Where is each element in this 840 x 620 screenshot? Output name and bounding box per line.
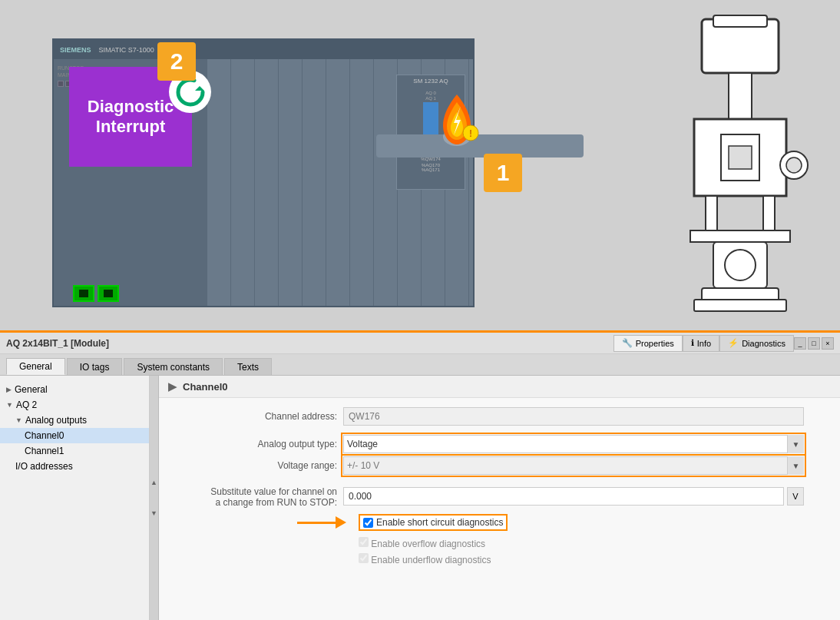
tree-item-analog-outputs[interactable]: ▼ Analog outputs (0, 413, 149, 428)
diagnostic-text: DiagnosticInterrupt (88, 97, 174, 138)
substitute-value-input[interactable] (343, 487, 784, 506)
orange-arrow-indicator (297, 516, 346, 529)
svg-rect-13 (706, 196, 717, 234)
tab-io-tags[interactable]: IO tags (67, 358, 123, 375)
window-controls: _ □ × (794, 335, 834, 352)
voltage-range-select-wrapper: +/- 10 V 0-10 V 1-5 V ▼ (343, 456, 804, 475)
plc-body: RUNSTOP MAINT %I0.4 %I0.5 %I1.0 %I1.1 (54, 59, 473, 306)
collapse-arrow-down: ▼ (150, 509, 157, 517)
diagnostic-overlay: DiagnosticInterrupt (69, 67, 192, 167)
info-icon: ℹ (691, 338, 694, 348)
svg-rect-10 (729, 146, 752, 169)
short-circuit-highlight-box: Enable short circuit diagnostics (359, 514, 508, 531)
underflow-checkbox (359, 553, 369, 563)
voltage-range-control: +/- 10 V 0-10 V 1-5 V ▼ (343, 456, 804, 475)
title-bar: AQ 2x14BIT_1 [Module] 🔧 Properties ℹ Inf… (0, 333, 840, 354)
properties-icon: 🔧 (622, 338, 633, 348)
svg-point-0 (178, 80, 203, 104)
tab-texts[interactable]: Texts (224, 358, 272, 375)
svg-rect-15 (690, 230, 790, 242)
minimize-btn[interactable]: _ (794, 337, 806, 350)
voltage-range-select[interactable]: +/- 10 V 0-10 V 1-5 V (343, 456, 804, 475)
underflow-row: Enable underflow diagnostics (174, 553, 825, 565)
svg-point-17 (725, 250, 756, 280)
substitute-row: Substitute value for channel ona change … (174, 484, 825, 508)
channel-address-label: Channel address: (174, 411, 343, 422)
short-circuit-container: Enable short circuit diagnostics (174, 514, 825, 531)
title-bar-tabs: 🔧 Properties ℹ Info ⚡ Diagnostics _ □ × (613, 335, 834, 352)
badge-1: 1 (484, 154, 522, 192)
channel-header: ▶ Channel0 (159, 376, 840, 398)
plc-left: RUNSTOP MAINT %I0.4 %I0.5 %I1.0 %I1.1 (54, 59, 207, 306)
overflow-label: Enable overflow diagnostics (371, 539, 485, 549)
svg-text:!: ! (469, 128, 472, 139)
flame-icon: ! (428, 83, 486, 152)
channel-expand-arrow[interactable]: ▶ (168, 380, 177, 393)
tab-system-constants[interactable]: System constants (124, 358, 223, 375)
underflow-label: Enable underflow diagnostics (371, 555, 491, 565)
close-btn[interactable]: × (822, 337, 834, 350)
content-area: ▶ General ▼ AQ 2 ▼ Analog outputs Channe… (0, 376, 840, 620)
output-type-select-wrapper: Voltage Current ▼ (343, 435, 804, 453)
substitute-v-button[interactable]: V (787, 487, 804, 506)
plc-top-bar: SIEMENS SIMATIC S7-1000 (54, 40, 473, 59)
restore-btn[interactable]: □ (808, 337, 820, 350)
svg-point-12 (786, 157, 802, 173)
tree-item-io-addresses[interactable]: I/O addresses (0, 459, 149, 474)
module-title: AQ 2x14BIT_1 [Module] (6, 338, 109, 349)
short-circuit-label: Enable short circuit diagnostics (376, 517, 503, 528)
tree-item-general[interactable]: ▶ General (0, 382, 149, 397)
nav-collapse-handle[interactable]: ▲ ▼ (150, 376, 159, 620)
output-type-select[interactable]: Voltage Current (343, 435, 804, 453)
output-type-control: Voltage Current ▼ (343, 435, 804, 453)
green-box-2 (98, 285, 119, 302)
collapse-arrow-up: ▲ (150, 479, 157, 486)
badge-2: 2 (157, 42, 196, 81)
green-box-1 (73, 285, 94, 302)
output-type-row: Analog output type: Voltage Current ▼ (174, 433, 825, 455)
substitute-value-wrapper: V (343, 487, 804, 506)
plc-model-label: SIMATIC S7-1000 (99, 46, 154, 54)
right-content-panel: ▶ Channel0 Channel address: Analog outpu… (159, 376, 840, 620)
properties-tab-btn[interactable]: 🔧 Properties (613, 335, 683, 352)
nav-tree: ▶ General ▼ AQ 2 ▼ Analog outputs Channe… (0, 376, 150, 620)
tree-item-channel1[interactable]: Channel1 (0, 443, 149, 459)
voltage-range-label: Voltage range: (174, 460, 343, 471)
tree-arrow-outputs: ▼ (15, 416, 22, 424)
siemens-logo: SIEMENS (60, 46, 91, 54)
arrow-head (336, 516, 346, 529)
overflow-checkbox (359, 537, 369, 547)
main-tabs: General IO tags System constants Texts (0, 354, 840, 376)
plc-panel: SIEMENS SIMATIC S7-1000 RUNSTOP MAINT %I… (52, 38, 475, 307)
voltage-range-row: Voltage range: +/- 10 V 0-10 V 1-5 V ▼ (174, 455, 825, 476)
properties-section: AQ 2x14BIT_1 [Module] 🔧 Properties ℹ Inf… (0, 330, 840, 620)
svg-rect-19 (694, 300, 786, 311)
tree-item-aq2[interactable]: ▼ AQ 2 (0, 397, 149, 413)
diagnostics-icon: ⚡ (728, 338, 739, 348)
tab-general[interactable]: General (6, 358, 65, 375)
diagram-area: SIEMENS SIMATIC S7-1000 RUNSTOP MAINT %I… (0, 0, 840, 330)
svg-rect-7 (729, 73, 752, 119)
tree-item-channel0[interactable]: Channel0 (0, 428, 149, 443)
tree-arrow-general: ▶ (6, 386, 12, 393)
svg-rect-6 (713, 15, 767, 27)
refresh-icon (175, 77, 206, 108)
overflow-row: Enable overflow diagnostics (174, 537, 825, 549)
svg-rect-14 (763, 196, 775, 234)
channel-address-input (343, 407, 804, 426)
short-circuit-checkbox[interactable] (363, 518, 373, 528)
tree-arrow-aq2: ▼ (6, 401, 13, 409)
green-boxes (73, 285, 119, 302)
substitute-label: Substitute value for channel ona change … (174, 484, 343, 508)
svg-marker-1 (195, 86, 204, 91)
form-area: Channel address: Analog output type: Vol… (159, 398, 840, 577)
machine-svg (663, 12, 817, 329)
info-tab-btn[interactable]: ℹ Info (683, 335, 719, 352)
substitute-control: V (343, 487, 804, 506)
diagnostics-tab-btn[interactable]: ⚡ Diagnostics (719, 335, 794, 352)
channel-address-row: Channel address: (174, 406, 825, 427)
industrial-machine-icon (663, 12, 817, 327)
channel-address-control (343, 407, 804, 426)
flame-area: ! (428, 83, 486, 154)
channel-title: Channel0 (183, 381, 228, 393)
